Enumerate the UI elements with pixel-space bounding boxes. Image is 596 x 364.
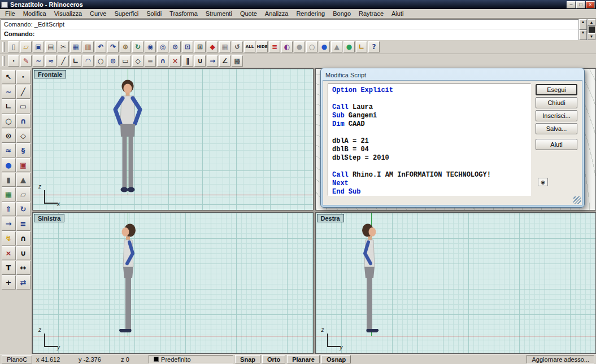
circle-icon[interactable]: ○ xyxy=(95,55,106,67)
ellipse-tool-icon[interactable]: ⊙ xyxy=(2,129,16,143)
cylinder-tool-icon[interactable]: ▮ xyxy=(2,173,16,187)
polyline-icon[interactable]: ∟ xyxy=(70,55,81,67)
hide-icon[interactable]: HIDE xyxy=(256,41,268,52)
snap-toggle[interactable]: Snap xyxy=(235,355,260,363)
point-tool-icon[interactable]: ∙ xyxy=(16,70,31,84)
extend-icon[interactable]: → xyxy=(207,55,218,67)
pointer-icon[interactable]: ↖ xyxy=(2,70,16,84)
cone-tool-icon[interactable]: ▲ xyxy=(16,173,31,187)
sweep-tool-icon[interactable]: → xyxy=(2,217,16,231)
menu-item-trasforma[interactable]: Trasforma xyxy=(166,10,202,17)
menu-item-quote[interactable]: Quote xyxy=(236,10,261,17)
print-icon[interactable]: ▤ xyxy=(45,41,56,52)
join-tool-icon[interactable]: ∪ xyxy=(16,246,31,260)
zoom-selected-icon[interactable]: ⊙ xyxy=(169,41,181,52)
viewport-destra-label[interactable]: Destra xyxy=(317,214,344,222)
toolbar-drag-handle[interactable] xyxy=(2,56,5,66)
menu-item-strumenti[interactable]: Strumenti xyxy=(202,10,236,17)
script-eye-icon[interactable]: ◉ xyxy=(538,178,548,186)
menu-item-visualizza[interactable]: Visualizza xyxy=(50,10,86,17)
menu-item-modifica[interactable]: Modifica xyxy=(19,10,50,17)
point-icon[interactable]: · xyxy=(8,55,19,67)
dimension-icon[interactable]: ∟ xyxy=(356,41,367,52)
helix-tool-icon[interactable]: § xyxy=(16,143,31,157)
viewport-frontale-label[interactable]: Frontale xyxy=(34,70,66,78)
planare-toggle[interactable]: Planare xyxy=(287,355,320,363)
layer-indicator[interactable]: Predefinito xyxy=(149,355,233,363)
fillet-tool-icon[interactable]: ∩ xyxy=(16,231,31,245)
viewport-frontale[interactable]: Frontale xyxy=(32,68,314,210)
sphere-tool-icon[interactable]: ● xyxy=(2,158,16,172)
viewport-sinistra[interactable]: Sinistra z y xyxy=(32,212,314,354)
rotate-view-icon[interactable]: ↻ xyxy=(132,41,143,52)
grid-table-icon[interactable]: ⊞ xyxy=(194,41,206,52)
line-tool-icon[interactable]: ╱ xyxy=(16,85,31,99)
mirror-tool-icon[interactable]: ⇄ xyxy=(16,275,31,290)
pencil-curve-icon[interactable]: ✎ xyxy=(20,55,32,67)
open-file-icon[interactable]: ▱ xyxy=(20,41,32,52)
inserisci-button[interactable]: Inserisci... xyxy=(536,110,577,121)
redo-icon[interactable]: ↷ xyxy=(107,41,119,52)
menu-item-raytrace[interactable]: Raytrace xyxy=(355,10,388,17)
fillet-icon[interactable]: ∩ xyxy=(157,55,168,67)
freeform-tool-icon[interactable]: ≈ xyxy=(2,143,16,157)
zoom-extents-icon[interactable]: ⊡ xyxy=(182,41,193,52)
menu-item-solidi[interactable]: Solidi xyxy=(142,10,166,17)
rectangle-tool-icon[interactable]: ▭ xyxy=(16,99,31,113)
layers-icon[interactable]: ≡ xyxy=(269,41,280,52)
model-laura-front[interactable] xyxy=(108,79,147,196)
trim-icon[interactable]: × xyxy=(169,55,181,67)
menu-item-curve[interactable]: Curve xyxy=(86,10,110,17)
curve-tool-icon[interactable]: ~ xyxy=(2,85,16,99)
viewport-destra[interactable]: Destra z y xyxy=(315,212,596,354)
undo-icon[interactable]: ↶ xyxy=(95,41,106,52)
cut-icon[interactable]: ✂ xyxy=(58,41,69,52)
box-tool-icon[interactable]: ▣ xyxy=(16,158,31,172)
menu-item-rendering[interactable]: Rendering xyxy=(292,10,329,17)
minimize-button[interactable]: – xyxy=(567,1,576,8)
zoom-window-icon[interactable]: ◎ xyxy=(157,41,168,52)
salva-button[interactable]: Salva... xyxy=(536,123,577,134)
aiuti-button[interactable]: Aiuti xyxy=(536,139,577,150)
copy-icon[interactable]: ▦ xyxy=(70,41,81,52)
chiudi-button[interactable]: Chiudi xyxy=(536,97,577,108)
command-scrollbar[interactable]: ▲ ▼ xyxy=(587,19,595,40)
polyline-tool-icon[interactable]: ∟ xyxy=(2,99,16,113)
spin-down-icon[interactable]: ▼ xyxy=(579,30,587,41)
update-now-link[interactable]: Aggiornare adesso... xyxy=(527,355,594,363)
revolve-tool-icon[interactable]: ↻ xyxy=(16,202,31,216)
circle-tool-icon[interactable]: ○ xyxy=(2,114,16,128)
orto-toggle[interactable]: Orto xyxy=(262,355,285,363)
spin-up-icon[interactable]: ▲ xyxy=(579,19,587,30)
plane-tool-icon[interactable]: ▱ xyxy=(16,187,31,201)
loft-tool-icon[interactable]: ≡ xyxy=(16,217,31,231)
polygon-tool-icon[interactable]: ◇ xyxy=(16,129,31,143)
ellipse-icon[interactable]: ⊙ xyxy=(107,55,119,67)
viewport-sinistra-label[interactable]: Sinistra xyxy=(34,214,64,222)
osnap-toggle[interactable]: Osnap xyxy=(321,355,351,363)
menu-item-aiuti[interactable]: Aiuti xyxy=(388,10,407,17)
join-icon[interactable]: ∪ xyxy=(194,55,206,67)
rectangle-icon[interactable]: ▭ xyxy=(120,55,131,67)
model-laura-side-left[interactable] xyxy=(115,223,141,337)
help-icon[interactable]: ? xyxy=(368,41,380,52)
title-bar[interactable]: Senzatitolo - Rhinoceros –□× xyxy=(0,0,596,9)
menu-item-analizza[interactable]: Analizza xyxy=(261,10,293,17)
new-file-icon[interactable]: ▯ xyxy=(8,41,19,52)
pan-view-icon[interactable]: ⊕ xyxy=(120,41,131,52)
render-preview-icon[interactable]: ◆ xyxy=(207,41,218,52)
move-tool-icon[interactable]: + xyxy=(2,275,16,290)
text-tool-icon[interactable]: T xyxy=(2,261,16,275)
surface-tool-icon[interactable]: ▦ xyxy=(2,187,16,201)
script-editor[interactable]: Option Explicit Call LauraSub GangemiDim… xyxy=(328,84,531,196)
arc-icon[interactable]: ◠ xyxy=(82,55,94,67)
extrude-tool-icon[interactable]: ⇑ xyxy=(2,202,16,216)
chamfer-icon[interactable]: ∠ xyxy=(219,55,230,67)
polygon-icon[interactable]: ◇ xyxy=(132,55,143,67)
shaded-sphere-icon[interactable]: ● xyxy=(294,41,305,52)
show-all-icon[interactable]: ALL xyxy=(244,41,255,52)
mesh-icon[interactable]: ▦ xyxy=(219,41,230,52)
save-icon[interactable]: ▣ xyxy=(33,41,44,52)
dialog-title-bar[interactable]: Modifica Script xyxy=(323,70,582,80)
model-laura-side-right[interactable] xyxy=(356,223,382,337)
